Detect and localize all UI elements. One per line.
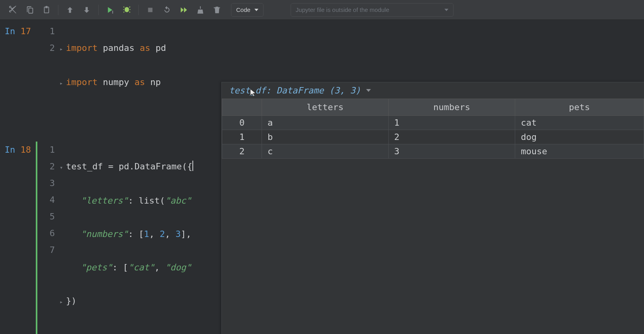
column-header[interactable]: pets bbox=[515, 99, 644, 116]
svg-rect-0 bbox=[113, 10, 113, 13]
table-row: 1b2dog bbox=[222, 130, 644, 144]
gutter: 1 2 bbox=[36, 23, 59, 125]
module-status-label: Jupyter file is outside of the module bbox=[296, 6, 389, 13]
chevron-down-icon bbox=[444, 9, 448, 11]
separator bbox=[138, 5, 139, 15]
stop-icon[interactable] bbox=[143, 2, 158, 17]
cut-icon[interactable] bbox=[6, 2, 21, 17]
svg-rect-1 bbox=[148, 8, 153, 12]
table-row: 0a1cat bbox=[222, 116, 644, 130]
separator bbox=[98, 5, 99, 15]
module-status-dropdown[interactable]: Jupyter file is outside of the module bbox=[291, 3, 454, 17]
clean-icon[interactable] bbox=[193, 2, 208, 17]
run-cell-icon[interactable] bbox=[103, 2, 118, 17]
delete-icon[interactable] bbox=[209, 2, 225, 17]
cell-prompt: In 18 bbox=[0, 142, 36, 334]
toolbar: Code Jupyter file is outside of the modu… bbox=[0, 0, 644, 20]
popup-table: letters numbers pets 0a1cat 1b2dog 2c3mo… bbox=[222, 99, 644, 159]
cell-prompt: In 17 bbox=[0, 23, 36, 125]
table-row: 2c3mouse bbox=[222, 144, 644, 159]
code-body[interactable]: ▸import pandas as pd ▸import numpy as np bbox=[59, 23, 166, 125]
cell-type-label: Code bbox=[236, 6, 250, 13]
move-up-icon[interactable] bbox=[62, 2, 78, 17]
debug-icon[interactable] bbox=[119, 2, 134, 17]
move-down-icon[interactable] bbox=[79, 2, 94, 17]
popup-title[interactable]: test_df: DataFrame (3, 3) bbox=[222, 82, 644, 99]
code-body[interactable]: ▾test_df = pd.DataFrame({ "letters": lis… bbox=[59, 142, 202, 334]
restart-icon[interactable] bbox=[159, 2, 175, 17]
gutter: 1 2 3 4 5 6 7 bbox=[36, 142, 59, 334]
dataframe-popup: test_df: DataFrame (3, 3) letters number… bbox=[221, 82, 644, 334]
chevron-down-icon bbox=[366, 89, 371, 92]
table-header-row: letters numbers pets bbox=[222, 99, 644, 116]
copy-icon[interactable] bbox=[22, 2, 37, 17]
run-all-icon[interactable] bbox=[176, 2, 191, 17]
column-header[interactable]: numbers bbox=[388, 99, 515, 116]
chevron-down-icon bbox=[254, 9, 258, 11]
paste-icon[interactable] bbox=[39, 2, 54, 17]
column-header[interactable]: letters bbox=[262, 99, 389, 116]
cell-type-dropdown[interactable]: Code bbox=[231, 3, 264, 17]
separator bbox=[58, 5, 58, 15]
